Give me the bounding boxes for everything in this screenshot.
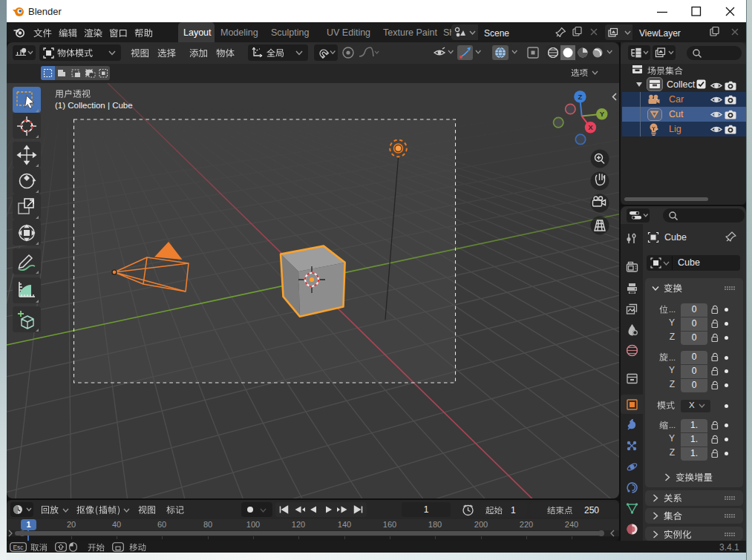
svg-text:X: X bbox=[588, 123, 593, 131]
svg-text:Esc: Esc bbox=[13, 543, 24, 550]
svg-text:Z: Z bbox=[578, 93, 582, 101]
svg-text:Y: Y bbox=[600, 110, 605, 118]
